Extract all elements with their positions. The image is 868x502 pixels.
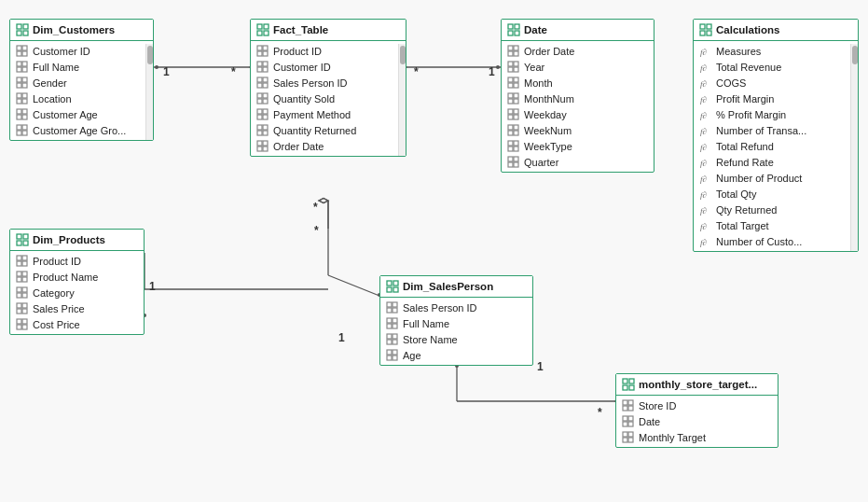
svg-rect-135 <box>23 241 28 245</box>
table-date_table[interactable]: DateOrder DateYearMonthMonthNumWeekdayWe… <box>501 19 654 173</box>
field-dim_salesperson-0[interactable]: Sales Person ID <box>380 300 532 315</box>
svg-rect-148 <box>17 303 21 308</box>
scrollbar-calculations[interactable] <box>850 44 858 251</box>
scrollbar-dim_customers[interactable] <box>145 44 153 140</box>
field-calculations-11[interactable]: f∂Total Target <box>694 217 848 233</box>
field-label-dim_customers-3: Location <box>33 93 72 105</box>
svg-text:f∂: f∂ <box>700 206 708 216</box>
field-calculations-9[interactable]: f∂Total Qty <box>694 186 848 202</box>
svg-rect-34 <box>22 83 27 88</box>
field-fact_table-4[interactable]: Payment Method <box>251 106 396 122</box>
field-dim_customers-0[interactable]: Customer ID <box>10 43 144 59</box>
field-monthly_store_target-2[interactable]: Monthly Target <box>616 429 778 445</box>
field-icon-calculations-3: f∂ <box>699 92 711 105</box>
field-label-calculations-12: Number of Custo... <box>716 236 802 247</box>
rel-label-star-5: * <box>598 406 602 419</box>
field-calculations-1[interactable]: f∂Total Revenue <box>694 59 848 75</box>
table-dim_customers[interactable]: Dim_CustomersCustomer IDFull NameGenderL… <box>9 19 154 141</box>
field-fact_table-2[interactable]: Sales Person ID <box>251 75 396 91</box>
field-fact_table-0[interactable]: Product ID <box>251 43 396 59</box>
svg-rect-153 <box>22 319 27 324</box>
svg-rect-49 <box>257 31 262 35</box>
svg-rect-42 <box>22 115 27 119</box>
field-fact_table-5[interactable]: Quantity Returned <box>251 122 396 138</box>
table-monthly_store_target[interactable]: monthly_store_target...Store IDDateMonth… <box>615 373 778 448</box>
table-fact_table[interactable]: Fact_TableProduct IDCustomer IDSales Per… <box>250 19 406 157</box>
scrollbar-fact_table[interactable] <box>398 44 406 156</box>
table-body-dim_customers: Customer IDFull NameGenderLocationCustom… <box>10 41 153 140</box>
rel-label-1-2: 1 <box>489 65 495 78</box>
field-dim_salesperson-1[interactable]: Full Name <box>380 315 532 331</box>
field-calculations-6[interactable]: f∂Total Refund <box>694 138 848 154</box>
field-dim_products-1[interactable]: Product Name <box>10 269 144 285</box>
table-calculations[interactable]: Calculationsf∂Measuresf∂Total Revenuef∂C… <box>693 19 859 252</box>
field-label-date_table-7: Quarter <box>524 157 558 168</box>
table-dim_products[interactable]: Dim_ProductsProduct IDProduct NameCatego… <box>9 229 145 335</box>
field-fact_table-3[interactable]: Quantity Sold <box>251 91 396 106</box>
field-calculations-10[interactable]: f∂Qty Returned <box>694 202 848 217</box>
field-dim_products-2[interactable]: Category <box>10 285 144 300</box>
field-date_table-0[interactable]: Order Date <box>502 43 654 59</box>
svg-rect-47 <box>257 24 262 29</box>
field-dim_customers-3[interactable]: Location <box>10 91 144 106</box>
field-calculations-5[interactable]: f∂Number of Transa... <box>694 122 848 138</box>
field-icon-date_table-6 <box>507 140 519 152</box>
field-label-dim_products-1: Product Name <box>33 272 98 283</box>
table-icon-date_table <box>507 23 520 36</box>
field-dim_customers-4[interactable]: Customer Age <box>10 106 144 122</box>
field-icon-dim_customers-3 <box>16 92 28 105</box>
field-fact_table-1[interactable]: Customer ID <box>251 59 396 75</box>
field-dim_salesperson-2[interactable]: Store Name <box>380 331 532 347</box>
field-dim_products-4[interactable]: Cost Price <box>10 316 144 332</box>
svg-rect-162 <box>387 308 392 313</box>
field-dim_customers-1[interactable]: Full Name <box>10 59 144 75</box>
field-label-date_table-4: Weekday <box>524 109 567 120</box>
field-fact_table-6[interactable]: Order Date <box>251 138 396 154</box>
svg-rect-134 <box>17 241 21 245</box>
field-calculations-8[interactable]: f∂Number of Product <box>694 170 848 186</box>
field-dim_salesperson-3[interactable]: Age <box>380 347 532 363</box>
field-calculations-7[interactable]: f∂Refund Rate <box>694 154 848 170</box>
field-date_table-1[interactable]: Year <box>502 59 654 75</box>
svg-rect-33 <box>17 83 21 88</box>
svg-rect-149 <box>22 303 27 308</box>
field-date_table-7[interactable]: Quarter <box>502 154 654 170</box>
field-label-date_table-6: WeekType <box>524 141 572 152</box>
field-date_table-5[interactable]: WeekNum <box>502 122 654 138</box>
svg-rect-159 <box>393 287 398 292</box>
field-date_table-4[interactable]: Weekday <box>502 106 654 122</box>
field-icon-monthly_store_target-2 <box>622 431 634 443</box>
svg-rect-52 <box>263 46 268 50</box>
svg-rect-112 <box>514 157 518 161</box>
svg-rect-81 <box>508 31 513 35</box>
field-dim_customers-5[interactable]: Customer Age Gro... <box>10 122 144 138</box>
svg-rect-155 <box>22 325 27 329</box>
table-icon-dim_salesperson <box>386 280 399 293</box>
field-calculations-4[interactable]: f∂% Profit Margin <box>694 106 848 122</box>
field-date_table-6[interactable]: WeekType <box>502 138 654 154</box>
field-calculations-12[interactable]: f∂Number of Custo... <box>694 233 848 249</box>
svg-rect-152 <box>17 319 21 324</box>
svg-text:f∂: f∂ <box>700 190 708 200</box>
field-date_table-2[interactable]: Month <box>502 75 654 91</box>
field-monthly_store_target-1[interactable]: Date <box>616 413 778 429</box>
field-label-calculations-2: COGS <box>716 77 746 89</box>
field-icon-calculations-7: f∂ <box>699 156 711 168</box>
field-monthly_store_target-0[interactable]: Store ID <box>616 397 778 413</box>
table-body-date_table: Order DateYearMonthMonthNumWeekdayWeekNu… <box>502 41 654 172</box>
field-date_table-3[interactable]: MonthNum <box>502 91 654 106</box>
svg-rect-31 <box>17 77 21 82</box>
table-dim_salesperson[interactable]: Dim_SalesPersonSales Person IDFull NameS… <box>379 275 533 366</box>
rel-label-star-1: * <box>231 65 236 78</box>
svg-rect-24 <box>22 46 27 50</box>
field-icon-dim_customers-2 <box>16 77 28 89</box>
field-calculations-3[interactable]: f∂Profit Margin <box>694 91 848 106</box>
field-label-calculations-11: Total Target <box>716 220 769 231</box>
field-icon-date_table-3 <box>507 92 519 105</box>
field-calculations-2[interactable]: f∂COGS <box>694 75 848 91</box>
table-header-dim_salesperson: Dim_SalesPerson <box>380 276 532 298</box>
field-dim_products-0[interactable]: Product ID <box>10 253 144 269</box>
field-calculations-0[interactable]: f∂Measures <box>694 43 848 59</box>
field-dim_customers-2[interactable]: Gender <box>10 75 144 91</box>
field-dim_products-3[interactable]: Sales Price <box>10 300 144 316</box>
